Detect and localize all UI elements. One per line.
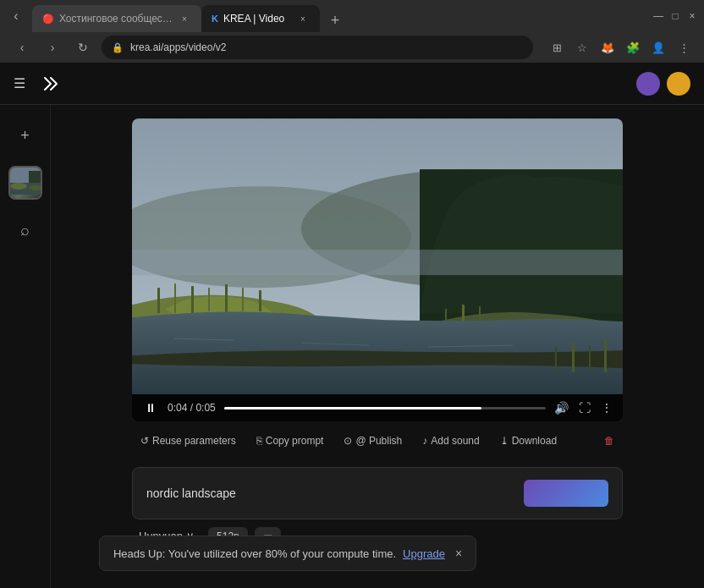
translate-icon[interactable]: ⊞ xyxy=(547,37,567,58)
reuse-icon: ↺ xyxy=(140,435,149,447)
address-text: krea.ai/apps/video/v2 xyxy=(130,41,226,53)
content-area: ⏸ 0:04 / 0:05 🔊 ⛶ ⋮ xyxy=(51,105,704,588)
tab-close-1[interactable]: × xyxy=(178,12,191,25)
svg-rect-11 xyxy=(174,283,176,313)
menu-dots-icon[interactable]: ⋮ xyxy=(674,37,694,58)
video-right-controls: 🔊 ⛶ ⋮ xyxy=(554,401,613,415)
refresh-button[interactable]: ↻ xyxy=(71,36,95,59)
video-display xyxy=(132,118,623,394)
svg-rect-25 xyxy=(589,345,591,372)
publish-icon: ⊙ xyxy=(344,435,352,447)
tab-close-2[interactable]: × xyxy=(296,12,310,25)
window-controls: — □ × xyxy=(646,11,704,21)
copy-label: Copy prompt xyxy=(266,435,324,447)
avatar-1[interactable] xyxy=(636,72,660,96)
toast-close-button[interactable]: × xyxy=(455,547,462,560)
time-display: 0:04 / 0:05 xyxy=(168,402,216,414)
tab-favicon-1: 🔴 xyxy=(42,14,54,25)
prompt-text: nordic landscape xyxy=(146,486,236,500)
krea-logo[interactable] xyxy=(39,72,63,96)
add-sound-button[interactable]: ♪ Add sound xyxy=(414,430,487,452)
video-controls: ⏸ 0:04 / 0:05 🔊 ⛶ ⋮ xyxy=(132,394,623,421)
svg-rect-12 xyxy=(191,286,194,313)
search-icon: ⌕ xyxy=(20,222,30,239)
video-wrapper: ⏸ 0:04 / 0:05 🔊 ⛶ ⋮ xyxy=(132,118,623,421)
header-right xyxy=(636,72,690,96)
avatar-2[interactable] xyxy=(667,72,690,96)
publish-label: @ Publish xyxy=(355,435,402,447)
address-bar[interactable]: 🔒 krea.ai/apps/video/v2 xyxy=(102,36,533,59)
close-window-button[interactable]: × xyxy=(687,11,697,21)
minimize-button[interactable]: — xyxy=(653,11,663,21)
svg-rect-13 xyxy=(208,288,210,311)
sound-label: Add sound xyxy=(431,435,479,447)
prompt-input-container[interactable]: nordic landscape xyxy=(132,467,623,519)
progress-bar[interactable] xyxy=(224,407,546,409)
browser-back-btn[interactable]: ‹ xyxy=(14,8,18,24)
prompt-area: nordic landscape xyxy=(132,467,623,519)
tab-favicon-2: K xyxy=(212,14,218,24)
thumbnail-image xyxy=(10,168,41,198)
download-icon: ⤓ xyxy=(500,435,509,447)
upgrade-link[interactable]: Upgrade xyxy=(403,547,445,560)
svg-point-3 xyxy=(10,183,27,190)
extensions-icon[interactable]: 🧩 xyxy=(623,37,643,58)
toast-text: Heads Up: You've utilized over 80% of yo… xyxy=(113,547,396,560)
progress-fill xyxy=(224,407,481,409)
svg-rect-14 xyxy=(225,284,228,313)
forward-button[interactable]: › xyxy=(41,36,64,59)
new-tab-button[interactable]: + xyxy=(323,8,347,32)
pause-button[interactable]: ⏸ xyxy=(142,401,159,415)
browser-tabs: 🔴 Хостинговое сообщество «Тim × K KREA |… xyxy=(32,0,646,32)
toast-notification: Heads Up: You've utilized over 80% of yo… xyxy=(99,536,476,571)
tab-2[interactable]: K KREA | Video × xyxy=(201,5,320,32)
hamburger-icon: ☰ xyxy=(14,75,25,91)
trash-icon: 🗑 xyxy=(604,435,614,447)
svg-rect-9 xyxy=(132,250,623,275)
svg-point-4 xyxy=(29,185,42,190)
sound-icon: ♪ xyxy=(422,435,427,447)
svg-rect-26 xyxy=(604,340,607,372)
back-button[interactable]: ‹ xyxy=(10,36,34,59)
tab-1[interactable]: 🔴 Хостинговое сообщество «Тim × xyxy=(32,5,201,32)
reuse-parameters-button[interactable]: ↺ Reuse parameters xyxy=(132,430,245,452)
app-header: ☰ xyxy=(0,63,704,105)
search-button[interactable]: ⌕ xyxy=(8,213,42,247)
browser-right-controls: ⊞ ☆ 🦊 🧩 👤 ⋮ xyxy=(547,37,694,58)
bookmark-icon[interactable]: ☆ xyxy=(572,37,592,58)
fullscreen-icon[interactable]: ⛶ xyxy=(579,401,591,415)
sidebar: + ⌕ xyxy=(0,105,51,588)
lock-icon: 🔒 xyxy=(112,42,124,53)
header-left: ☰ xyxy=(14,72,63,96)
browser-chrome: ‹ 🔴 Хостинговое сообщество «Тim × K KREA… xyxy=(0,0,704,63)
svg-rect-24 xyxy=(572,343,575,372)
svg-rect-10 xyxy=(157,288,160,313)
browser-titlebar: ‹ 🔴 Хостинговое сообщество «Тim × K KREA… xyxy=(0,0,704,32)
app-container: ☰ + xyxy=(0,63,704,588)
add-item-button[interactable]: + xyxy=(8,118,42,152)
copy-prompt-button[interactable]: ⎘ Copy prompt xyxy=(248,430,333,452)
publish-button[interactable]: ⊙ @ Publish xyxy=(335,430,410,452)
delete-button[interactable]: 🗑 xyxy=(596,430,623,452)
plus-icon: + xyxy=(20,127,30,145)
action-bar: ↺ Reuse parameters ⎘ Copy prompt ⊙ @ Pub… xyxy=(132,421,623,460)
browser-controls: ‹ › ↻ 🔒 krea.ai/apps/video/v2 ⊞ ☆ 🦊 🧩 👤 … xyxy=(0,32,704,63)
download-button[interactable]: ⤓ Download xyxy=(492,430,565,452)
profile-icon[interactable]: 👤 xyxy=(648,37,668,58)
menu-button[interactable]: ☰ xyxy=(14,75,25,91)
reuse-label: Reuse parameters xyxy=(152,435,236,447)
svg-rect-15 xyxy=(242,288,244,311)
main-layout: + ⌕ xyxy=(0,105,704,588)
video-thumbnail[interactable] xyxy=(8,166,42,200)
maximize-button[interactable]: □ xyxy=(670,11,680,21)
more-options-icon[interactable]: ⋮ xyxy=(601,401,613,415)
tab-title-2: KREA | Video xyxy=(223,13,291,25)
copy-icon: ⎘ xyxy=(256,435,262,447)
svg-rect-23 xyxy=(555,347,557,372)
extension-fox-icon[interactable]: 🦊 xyxy=(597,37,618,58)
volume-icon[interactable]: 🔊 xyxy=(554,401,569,415)
tab-title-1: Хостинговое сообщество «Тim xyxy=(59,13,173,25)
download-label: Download xyxy=(512,435,557,447)
svg-rect-16 xyxy=(259,290,261,311)
